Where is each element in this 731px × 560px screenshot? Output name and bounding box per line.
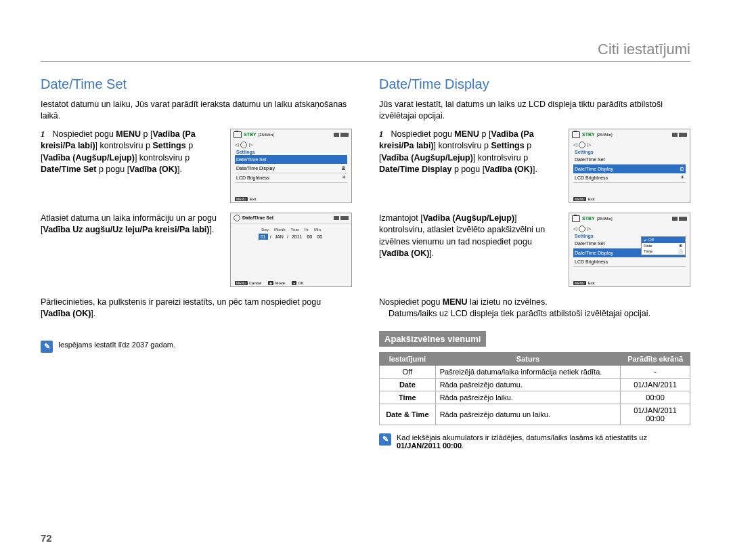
menu-item: LCD Brightness xyxy=(573,257,686,267)
step2-left: Atlasiet datuma un laika informāciju un … xyxy=(41,213,222,236)
gear-icon xyxy=(240,142,247,148)
step1-left: 1 Nospiediet pogu MENU p [Vadība (Pa kre… xyxy=(41,129,222,176)
table-row: Date & Time Rāda pašreizējo datumu un la… xyxy=(380,404,690,425)
camera-icon xyxy=(572,215,580,222)
lcd-bottom-bar: MENUCancel ◆Move ●OK xyxy=(231,281,351,285)
date-icon: 🗓 xyxy=(341,166,346,171)
menu-item: LCD Brightness☀ xyxy=(573,173,686,183)
menu-item: Date/Time Set xyxy=(235,155,347,164)
section-date-time-set: Date/Time Set Iestatot datumu un laiku, … xyxy=(41,74,352,450)
note-right: ✎ Kad iekšējais akumulators ir izlādējie… xyxy=(379,433,690,450)
table-row: Time Rāda pašreizējo laiku. 00:00 xyxy=(380,391,690,404)
battery-icon xyxy=(340,133,349,137)
step1-right: 1 Nospiediet pogu MENU p [Vadība (Pa kre… xyxy=(379,129,560,176)
intro-right: Jūs varat iestatīt, lai datums un laiks … xyxy=(379,99,690,122)
nav-left-icon: ◁ xyxy=(573,142,577,148)
table-header: Saturs xyxy=(435,352,621,365)
table-row: Off Pašreizējā datuma/laika informācija … xyxy=(380,365,690,378)
page-title: Citi iestatījumi xyxy=(41,41,690,62)
clock-icon xyxy=(234,215,240,221)
heading-date-time-display: Date/Time Display xyxy=(379,77,690,92)
note-icon: ✎ xyxy=(379,433,391,446)
table-header: Parādīts ekrānā xyxy=(621,352,690,365)
lcd-screenshot-4: STBY [254Min] ◁▷ Settings Date/Time Set … xyxy=(569,213,690,287)
nav-right-icon: ▷ xyxy=(249,142,252,148)
camera-icon xyxy=(234,131,242,138)
nav-left-icon: ◁ xyxy=(235,142,238,148)
clock-icon: 🕐 xyxy=(678,249,683,254)
dt-labels: DayMonthYearHrMin xyxy=(231,228,351,232)
lcd-screenshot-3: STBY [254Min] ◁▷ Settings Date/Time Set … xyxy=(569,129,690,203)
sub-heading: Apakšizvēlnes vienumi xyxy=(379,331,486,347)
submenu-popup: ✔Off Date🗓 Time🕐 xyxy=(641,236,686,255)
step3-right: Nospiediet pogu MENU lai izietu no izvēl… xyxy=(379,297,690,320)
note-left: ✎ Iespējams iestatīt līdz 2037 gadam. xyxy=(41,341,352,353)
card-icon xyxy=(672,133,678,137)
nav-right-icon: ▷ xyxy=(588,142,591,148)
brightness-icon: ☀ xyxy=(342,175,346,180)
lcd-exit: MENUExit xyxy=(573,197,595,201)
card-icon xyxy=(672,217,678,221)
lcd-screenshot-1: STBY [254Min] ◁▷ Settings Date/Time Set … xyxy=(230,129,352,203)
intro-left: Iestatot datumu un laiku, Jūs varat parā… xyxy=(41,99,352,122)
dt-values: 01/ JAN/ 2011 00 00 xyxy=(231,234,351,240)
note-icon: ✎ xyxy=(41,341,53,353)
nav-right-icon: ▷ xyxy=(588,226,591,232)
step-number: 1 xyxy=(41,129,50,141)
lcd-screenshot-2: Date/Time Set DayMonthYearHrMin 01/ JAN/… xyxy=(230,213,352,287)
menu-item: Date/Time Display🗓 xyxy=(235,164,347,173)
section-date-time-display: Date/Time Display Jūs varat iestatīt, la… xyxy=(379,74,690,450)
popup-item: Date🗓 xyxy=(642,243,685,249)
lcd-exit: MENUExit xyxy=(573,281,595,285)
battery-icon xyxy=(340,216,349,220)
lcd-time: [254Min] xyxy=(259,133,274,137)
table-header: Iestatījumi xyxy=(380,352,436,365)
heading-date-time-set: Date/Time Set xyxy=(41,77,352,92)
step-number: 1 xyxy=(379,129,389,141)
options-table: Iestatījumi Saturs Parādīts ekrānā Off P… xyxy=(379,352,690,425)
menu-item: Date/Time Set xyxy=(573,155,686,165)
nav-left-icon: ◁ xyxy=(573,226,577,232)
battery-icon xyxy=(679,133,687,137)
brightness-icon: ☀ xyxy=(680,175,684,180)
battery-icon xyxy=(679,217,687,221)
step3-left: Pārliecinieties, ka pulkstenis ir pareiz… xyxy=(41,297,352,320)
popup-item: ✔Off xyxy=(642,237,685,243)
menu-category: Settings xyxy=(236,150,347,154)
lcd-exit: MENUExit xyxy=(235,197,257,201)
date-icon: 🗓 xyxy=(679,244,683,248)
camera-icon xyxy=(572,131,580,138)
menu-item: Date/Time Display🗓 xyxy=(573,165,686,173)
table-row: Date Rāda pašreizējo datumu. 01/JAN/2011 xyxy=(380,378,690,391)
popup-item: Time🕐 xyxy=(642,249,685,255)
check-icon: ✔ xyxy=(644,238,647,242)
card-icon xyxy=(334,133,339,137)
date-icon: 🗓 xyxy=(680,167,684,171)
card-icon xyxy=(334,216,339,220)
menu-item: LCD Brightness☀ xyxy=(235,173,347,183)
gear-icon xyxy=(579,225,585,232)
page-number: 72 xyxy=(41,532,52,544)
lcd-stby: STBY xyxy=(244,132,257,137)
gear-icon xyxy=(579,142,585,148)
step2-right: Izmantojot [Vadība (Augšup/Lejup)] kontr… xyxy=(379,213,560,260)
